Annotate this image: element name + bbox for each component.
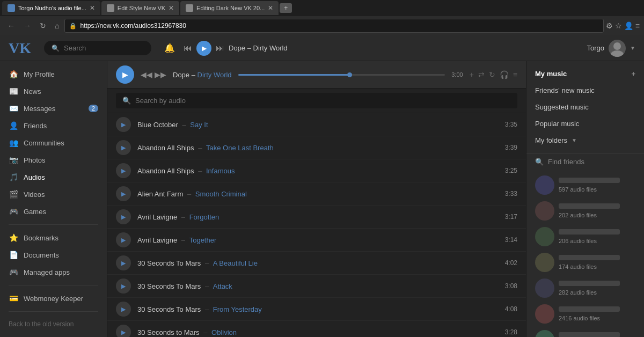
track-play-button-6[interactable]: ▶ xyxy=(116,255,131,270)
right-menu-folders[interactable]: My folders ▼ xyxy=(526,132,644,149)
sidebar-item-managed-apps[interactable]: 🎮 Managed apps xyxy=(0,263,107,281)
sidebar-item-photos[interactable]: 📷 Photos xyxy=(0,151,107,169)
new-tab-button[interactable]: + xyxy=(280,3,292,13)
user-icon: 👤 xyxy=(624,21,633,30)
right-menu-suggested[interactable]: Suggested music xyxy=(526,99,644,115)
header-next-button[interactable]: ⏭ xyxy=(216,43,224,53)
track-play-button-3[interactable]: ▶ xyxy=(116,186,131,201)
track-artist-8: 30 Seconds To Mars xyxy=(137,305,201,313)
tab-close-2[interactable]: ✕ xyxy=(169,4,174,12)
address-input[interactable] xyxy=(80,22,598,30)
track-play-button-4[interactable]: ▶ xyxy=(116,209,131,224)
friend-item-5[interactable]: 2416 audio files xyxy=(526,301,644,327)
player-next-button[interactable]: ▶▶ xyxy=(155,70,166,79)
sidebar-item-games[interactable]: 🎮 Games xyxy=(0,203,107,220)
shuffle-button[interactable]: ⇄ xyxy=(478,70,485,79)
track-play-button-5[interactable]: ▶ xyxy=(116,232,131,247)
track-item-8[interactable]: ▶ 30 Seconds To Mars – From Yesterday 4:… xyxy=(107,298,526,321)
track-item-7[interactable]: ▶ 30 Seconds To Mars – Attack 3:08 xyxy=(107,275,526,298)
forward-button[interactable]: → xyxy=(20,20,34,31)
audio-player-bar: ▶ ◀◀ ▶▶ Dope – Dirty World 3:00 xyxy=(107,61,526,89)
sidebar-item-profile[interactable]: 🏠 My Profile xyxy=(0,65,107,83)
news-icon: 📰 xyxy=(9,86,18,96)
track-play-button-2[interactable]: ▶ xyxy=(116,163,131,178)
header-search-bar[interactable]: 🔍 xyxy=(44,41,151,55)
browser-tab-2[interactable]: Edit Style New VK ✕ xyxy=(101,1,179,15)
repeat-button[interactable]: ↻ xyxy=(489,70,495,79)
player-play-button[interactable]: ▶ xyxy=(116,65,134,84)
track-play-button-8[interactable]: ▶ xyxy=(116,302,131,317)
friend-item-2[interactable]: 206 audio files xyxy=(526,224,644,250)
right-menu-friends-music[interactable]: Friends' new music xyxy=(526,82,644,99)
track-info-9: 30 Seconds to Mars – Oblivion xyxy=(137,328,499,336)
sidebar-item-audios[interactable]: 🎵 Audios xyxy=(0,169,107,186)
audio-search-input[interactable] xyxy=(135,97,511,105)
right-menu-popular[interactable]: Popular music xyxy=(526,115,644,132)
tab-close-3[interactable]: ✕ xyxy=(268,4,273,12)
track-item-1[interactable]: ▶ Abandon All Ships – Take One Last Brea… xyxy=(107,136,526,159)
track-duration-2: 3:25 xyxy=(505,167,517,174)
friend-item-3[interactable]: 174 audio files xyxy=(526,250,644,275)
reload-button[interactable]: ↻ xyxy=(36,20,49,31)
add-music-icon[interactable]: + xyxy=(631,70,635,78)
track-dash-4: – xyxy=(181,213,187,221)
track-item-3[interactable]: ▶ Alien Ant Farm – Smooth Criminal 3:33 xyxy=(107,182,526,206)
browser-tab-1[interactable]: Torgo Nudho's audio file... ✕ xyxy=(2,1,100,15)
friend-avatar-0 xyxy=(535,175,554,195)
sidebar-item-friends[interactable]: 👤 Friends xyxy=(0,117,107,134)
track-play-button-7[interactable]: ▶ xyxy=(116,279,131,294)
header-search-input[interactable] xyxy=(64,44,139,52)
friend-item-1[interactable]: 202 audio files xyxy=(526,198,644,224)
track-play-button-0[interactable]: ▶ xyxy=(116,117,131,132)
track-item-0[interactable]: ▶ Blue October – Say It 3:35 xyxy=(107,113,526,136)
progress-handle[interactable] xyxy=(347,72,352,77)
menu-icon: ≡ xyxy=(635,21,640,30)
back-button[interactable]: ← xyxy=(4,20,18,31)
sidebar-item-bookmarks[interactable]: ⭐ Bookmarks xyxy=(0,229,107,246)
track-item-6[interactable]: ▶ 30 Seconds To Mars – A Beautiful Lie 4… xyxy=(107,252,526,275)
right-menu-my-music[interactable]: My music + xyxy=(526,65,644,82)
friend-count-4: 282 audio files xyxy=(559,289,597,296)
friend-item-0[interactable]: 597 audio files xyxy=(526,172,644,198)
header-play-button[interactable]: ▶ xyxy=(196,41,211,56)
sidebar-item-messages[interactable]: ✉️ Messages 2 xyxy=(0,100,107,117)
track-item-4[interactable]: ▶ Avril Lavigne – Forgotten 3:17 xyxy=(107,206,526,229)
player-prev-button[interactable]: ◀◀ xyxy=(141,70,152,79)
audio-search-inner[interactable]: 🔍 xyxy=(116,93,517,108)
add-to-playlist-button[interactable]: + xyxy=(470,70,474,79)
address-bar[interactable]: 🔒 xyxy=(64,19,603,33)
friend-name-3 xyxy=(559,255,620,260)
track-item-9[interactable]: ▶ 30 Seconds to Mars – Oblivion 3:28 xyxy=(107,321,526,337)
track-duration-4: 3:17 xyxy=(505,213,517,221)
sidebar-footer[interactable]: Back to the old version xyxy=(0,316,107,332)
track-play-button-1[interactable]: ▶ xyxy=(116,140,131,155)
my-folders-label: My folders xyxy=(535,136,567,144)
progress-bar[interactable] xyxy=(238,74,445,76)
sidebar-item-documents[interactable]: 📄 Documents xyxy=(0,246,107,263)
sidebar-item-news[interactable]: 📰 News xyxy=(0,83,107,100)
profile-icon: 🏠 xyxy=(9,69,18,79)
friend-avatar-1 xyxy=(535,201,554,221)
sidebar-divider-3 xyxy=(9,311,98,312)
home-button[interactable]: ⌂ xyxy=(52,20,62,31)
equalizer-button[interactable]: ≡ xyxy=(513,70,517,79)
track-play-button-9[interactable]: ▶ xyxy=(116,325,131,337)
headphones-button[interactable]: 🎧 xyxy=(500,70,509,79)
friends-icon: 👤 xyxy=(9,121,18,130)
tab-close-1[interactable]: ✕ xyxy=(90,4,95,12)
notification-bell-icon[interactable]: 🔔 xyxy=(164,43,175,53)
browser-tab-3[interactable]: Editing Dark New VK 20... ✕ xyxy=(180,1,279,15)
friend-item-4[interactable]: 282 audio files xyxy=(526,275,644,301)
track-duration: 3:00 xyxy=(451,71,463,78)
header-prev-button[interactable]: ⏮ xyxy=(184,43,192,53)
user-avatar[interactable] xyxy=(609,40,626,57)
friend-item-6[interactable]: 627 audio files xyxy=(526,327,644,337)
sidebar-item-videos[interactable]: 🎬 Videos xyxy=(0,186,107,203)
friend-avatar-4 xyxy=(535,279,554,298)
sidebar-item-webmoney[interactable]: 💳 Webmoney Keeper xyxy=(0,290,107,307)
track-item-2[interactable]: ▶ Abandon All Ships – Infamous 3:25 xyxy=(107,159,526,182)
sidebar-item-communities[interactable]: 👥 Communities xyxy=(0,134,107,151)
user-dropdown-arrow[interactable]: ▼ xyxy=(630,45,635,51)
track-item-5[interactable]: ▶ Avril Lavigne – Together 3:14 xyxy=(107,229,526,252)
app-header: VK 🔍 🔔 ⏮ ▶ ⏭ Dope – Dirty World Torgo ▼ xyxy=(0,35,644,61)
